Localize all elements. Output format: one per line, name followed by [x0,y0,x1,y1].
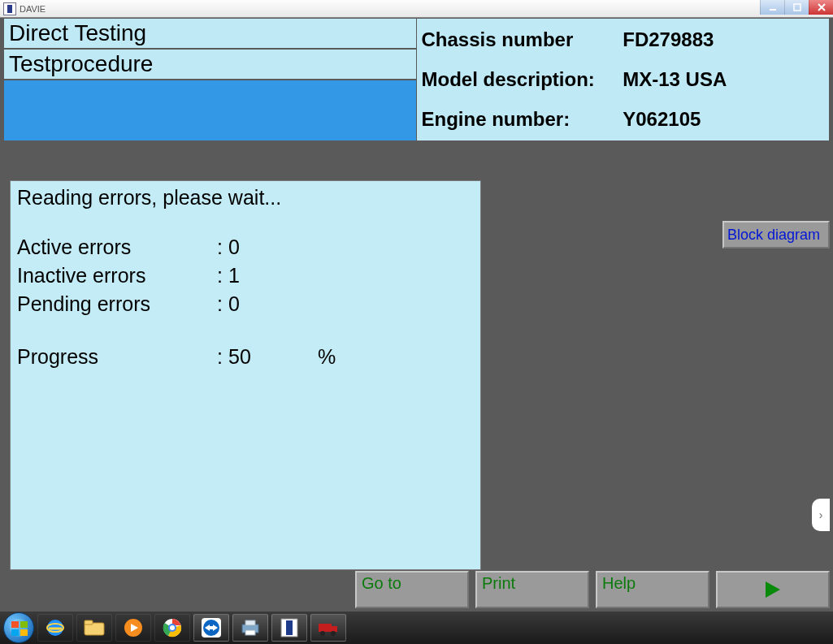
colon: : [217,236,228,259]
ie-icon [45,617,66,638]
status-heading: Reading errors, please wait... [17,186,474,210]
side-expand-tab[interactable]: › [812,499,830,531]
start-button[interactable] [3,612,34,643]
header-right: Chassis number FD279883 Model descriptio… [417,18,831,141]
pending-errors-label: Pending errors [17,292,217,316]
taskbar-teamviewer[interactable] [193,614,229,642]
play-button[interactable] [716,571,830,608]
colon: : [217,345,228,369]
pending-errors-value: 0 [228,292,318,316]
taskbar-explorer[interactable] [76,614,112,642]
chrome-icon [163,618,182,638]
folder-icon [84,619,105,637]
print-button[interactable]: Print [475,571,589,608]
svg-rect-12 [85,620,93,625]
colon: : [217,264,228,287]
windows-logo-icon [11,620,28,638]
app-body: Direct Testing Testprocedure Chassis num… [0,18,833,612]
header-left-row2: Testprocedure [4,50,416,80]
printer-icon [240,619,261,637]
svg-point-17 [170,625,175,630]
block-diagram-button[interactable]: Block diagram [722,221,830,249]
header-left: Direct Testing Testprocedure [3,18,417,141]
active-errors-value: 0 [228,236,318,259]
svg-rect-5 [11,621,19,628]
engine-value: Y062105 [623,108,824,131]
window-title: DAVIE [20,4,46,14]
svg-rect-6 [20,621,28,628]
progress-unit: % [318,345,342,369]
window-titlebar: DAVIE [0,0,833,18]
teamviewer-icon [201,617,222,638]
window-close-button[interactable] [809,0,833,15]
status-panel: Reading errors, please wait... Active er… [10,180,481,570]
engine-label: Engine number: [422,108,623,131]
svg-rect-24 [245,620,255,625]
svg-rect-22 [209,626,214,629]
chassis-label: Chassis number [422,28,623,51]
progress-value: 50 [228,345,318,369]
taskbar-davie[interactable] [271,614,307,642]
model-label: Model description: [422,68,623,91]
main-area: Reading errors, please wait... Active er… [3,158,830,564]
help-button[interactable]: Help [596,571,709,608]
svg-rect-25 [245,630,255,635]
mediaplayer-icon [124,618,143,638]
svg-rect-1 [794,4,800,11]
svg-point-30 [320,631,325,636]
svg-rect-27 [286,620,293,635]
goto-button[interactable]: Go to [355,571,469,608]
progress-label: Progress [17,345,217,369]
taskbar-chrome[interactable] [154,614,190,642]
window-maximize-button[interactable] [784,0,809,15]
header-left-selected[interactable] [4,80,416,140]
taskbar-ie[interactable] [37,614,73,642]
chevron-right-icon: › [819,508,823,521]
davie-icon [280,618,298,638]
header: Direct Testing Testprocedure Chassis num… [3,18,830,141]
window-minimize-button[interactable] [760,0,784,15]
chassis-value: FD279883 [623,28,824,51]
svg-rect-8 [20,629,28,636]
play-icon [762,579,783,600]
inactive-errors-value: 1 [228,264,318,287]
active-errors-label: Active errors [17,236,217,259]
taskbar-mediaplayer[interactable] [115,614,151,642]
taskbar-printer[interactable] [232,614,268,642]
truck-icon [317,619,340,637]
windows-taskbar [0,612,833,644]
app-icon [3,2,16,15]
bottom-button-bar: Go to Print Help [3,571,830,608]
svg-point-31 [331,631,336,636]
svg-rect-7 [11,629,19,636]
header-left-row1: Direct Testing [4,19,416,50]
svg-rect-29 [332,626,337,632]
svg-marker-4 [766,581,780,598]
taskbar-truck[interactable] [310,614,346,642]
colon: : [217,292,228,316]
model-value: MX-13 USA [623,68,824,91]
inactive-errors-label: Inactive errors [17,264,217,287]
svg-rect-28 [319,624,332,632]
